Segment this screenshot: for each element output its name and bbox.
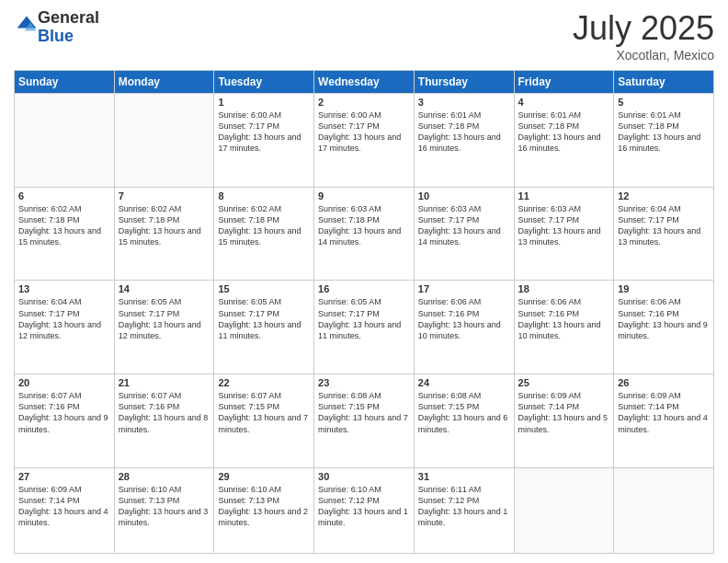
day-number: 28 — [119, 471, 210, 482]
calendar-cell — [514, 467, 614, 553]
calendar-cell: 29Sunrise: 6:10 AM Sunset: 7:13 PM Dayli… — [214, 467, 314, 553]
cell-daylight-info: Sunrise: 6:02 AM Sunset: 7:18 PM Dayligh… — [218, 203, 310, 248]
title-block: July 2025 Xocotlan, Mexico — [573, 9, 714, 63]
col-header-thursday: Thursday — [414, 71, 514, 94]
col-header-wednesday: Wednesday — [314, 71, 415, 94]
cell-daylight-info: Sunrise: 6:01 AM Sunset: 7:18 PM Dayligh… — [518, 109, 610, 155]
col-header-friday: Friday — [514, 71, 614, 94]
calendar-cell: 15Sunrise: 6:05 AM Sunset: 7:17 PM Dayli… — [214, 281, 314, 374]
day-number: 16 — [318, 283, 410, 294]
day-number: 31 — [418, 471, 510, 482]
cell-daylight-info: Sunrise: 6:09 AM Sunset: 7:14 PM Dayligh… — [618, 390, 710, 435]
col-header-tuesday: Tuesday — [214, 71, 314, 94]
calendar-cell: 13Sunrise: 6:04 AM Sunset: 7:17 PM Dayli… — [15, 281, 115, 374]
svg-marker-0 — [17, 16, 37, 28]
day-number: 23 — [318, 377, 410, 388]
month-title: July 2025 — [573, 9, 714, 48]
calendar-cell: 31Sunrise: 6:11 AM Sunset: 7:12 PM Dayli… — [414, 467, 514, 553]
calendar-table: SundayMondayTuesdayWednesdayThursdayFrid… — [14, 70, 714, 554]
calendar-cell: 2Sunrise: 6:00 AM Sunset: 7:17 PM Daylig… — [314, 94, 415, 188]
calendar-cell: 3Sunrise: 6:01 AM Sunset: 7:18 PM Daylig… — [414, 94, 514, 188]
day-number: 17 — [418, 283, 510, 294]
cell-daylight-info: Sunrise: 6:02 AM Sunset: 7:18 PM Dayligh… — [119, 203, 210, 248]
calendar-cell: 21Sunrise: 6:07 AM Sunset: 7:16 PM Dayli… — [114, 374, 214, 468]
calendar-cell: 16Sunrise: 6:05 AM Sunset: 7:17 PM Dayli… — [314, 281, 415, 374]
calendar-cell: 19Sunrise: 6:06 AM Sunset: 7:16 PM Dayli… — [614, 281, 714, 374]
week-row-4: 27Sunrise: 6:09 AM Sunset: 7:14 PM Dayli… — [15, 467, 714, 553]
day-number: 14 — [119, 283, 210, 294]
day-number: 3 — [418, 97, 510, 108]
calendar-cell: 7Sunrise: 6:02 AM Sunset: 7:18 PM Daylig… — [114, 187, 214, 281]
cell-daylight-info: Sunrise: 6:01 AM Sunset: 7:18 PM Dayligh… — [418, 109, 510, 155]
day-number: 24 — [418, 377, 510, 388]
cell-daylight-info: Sunrise: 6:04 AM Sunset: 7:17 PM Dayligh… — [618, 203, 710, 248]
cell-daylight-info: Sunrise: 6:08 AM Sunset: 7:15 PM Dayligh… — [418, 390, 510, 435]
cell-daylight-info: Sunrise: 6:01 AM Sunset: 7:18 PM Dayligh… — [618, 109, 710, 155]
day-number: 12 — [618, 190, 710, 201]
day-number: 8 — [218, 190, 310, 201]
calendar-cell: 5Sunrise: 6:01 AM Sunset: 7:18 PM Daylig… — [614, 94, 714, 188]
calendar-cell: 9Sunrise: 6:03 AM Sunset: 7:18 PM Daylig… — [314, 187, 415, 281]
day-number: 25 — [518, 377, 610, 388]
cell-daylight-info: Sunrise: 6:10 AM Sunset: 7:13 PM Dayligh… — [119, 484, 210, 529]
calendar-cell — [114, 94, 214, 188]
week-row-3: 20Sunrise: 6:07 AM Sunset: 7:16 PM Dayli… — [15, 374, 714, 468]
cell-daylight-info: Sunrise: 6:06 AM Sunset: 7:16 PM Dayligh… — [618, 296, 710, 341]
calendar-cell: 18Sunrise: 6:06 AM Sunset: 7:16 PM Dayli… — [514, 281, 614, 374]
cell-daylight-info: Sunrise: 6:06 AM Sunset: 7:16 PM Dayligh… — [418, 296, 510, 341]
calendar-cell: 24Sunrise: 6:08 AM Sunset: 7:15 PM Dayli… — [414, 374, 514, 468]
calendar-page: General Blue July 2025 Xocotlan, Mexico … — [0, 0, 728, 563]
cell-daylight-info: Sunrise: 6:07 AM Sunset: 7:15 PM Dayligh… — [218, 390, 310, 435]
cell-daylight-info: Sunrise: 6:02 AM Sunset: 7:18 PM Dayligh… — [18, 203, 110, 248]
week-row-1: 6Sunrise: 6:02 AM Sunset: 7:18 PM Daylig… — [15, 187, 714, 281]
calendar-cell: 22Sunrise: 6:07 AM Sunset: 7:15 PM Dayli… — [214, 374, 314, 468]
day-number: 10 — [418, 190, 510, 201]
calendar-cell: 30Sunrise: 6:10 AM Sunset: 7:12 PM Dayli… — [314, 467, 415, 553]
location: Xocotlan, Mexico — [573, 48, 714, 63]
cell-daylight-info: Sunrise: 6:03 AM Sunset: 7:17 PM Dayligh… — [518, 203, 610, 248]
calendar-cell: 26Sunrise: 6:09 AM Sunset: 7:14 PM Dayli… — [614, 374, 714, 468]
cell-daylight-info: Sunrise: 6:00 AM Sunset: 7:17 PM Dayligh… — [318, 109, 410, 155]
col-header-sunday: Sunday — [15, 71, 115, 94]
day-number: 13 — [18, 283, 110, 294]
calendar-cell: 8Sunrise: 6:02 AM Sunset: 7:18 PM Daylig… — [214, 187, 314, 281]
day-number: 4 — [518, 97, 610, 108]
calendar-cell: 12Sunrise: 6:04 AM Sunset: 7:17 PM Dayli… — [614, 187, 714, 281]
header-row: SundayMondayTuesdayWednesdayThursdayFrid… — [15, 71, 714, 94]
week-row-0: 1Sunrise: 6:00 AM Sunset: 7:17 PM Daylig… — [15, 94, 714, 188]
calendar-cell: 11Sunrise: 6:03 AM Sunset: 7:17 PM Dayli… — [514, 187, 614, 281]
day-number: 29 — [218, 471, 310, 482]
col-header-monday: Monday — [114, 71, 214, 94]
day-number: 27 — [18, 471, 110, 482]
calendar-cell: 23Sunrise: 6:08 AM Sunset: 7:15 PM Dayli… — [314, 374, 415, 468]
cell-daylight-info: Sunrise: 6:11 AM Sunset: 7:12 PM Dayligh… — [418, 484, 510, 529]
calendar-cell: 4Sunrise: 6:01 AM Sunset: 7:18 PM Daylig… — [514, 94, 614, 188]
cell-daylight-info: Sunrise: 6:05 AM Sunset: 7:17 PM Dayligh… — [318, 296, 410, 341]
cell-daylight-info: Sunrise: 6:07 AM Sunset: 7:16 PM Dayligh… — [18, 390, 110, 435]
day-number: 5 — [618, 97, 710, 108]
cell-daylight-info: Sunrise: 6:09 AM Sunset: 7:14 PM Dayligh… — [518, 390, 610, 435]
day-number: 7 — [119, 190, 210, 201]
cell-daylight-info: Sunrise: 6:03 AM Sunset: 7:18 PM Dayligh… — [318, 203, 410, 248]
calendar-cell: 20Sunrise: 6:07 AM Sunset: 7:16 PM Dayli… — [15, 374, 115, 468]
day-number: 1 — [218, 97, 310, 108]
day-number: 26 — [618, 377, 710, 388]
calendar-cell: 6Sunrise: 6:02 AM Sunset: 7:18 PM Daylig… — [15, 187, 115, 281]
calendar-cell: 25Sunrise: 6:09 AM Sunset: 7:14 PM Dayli… — [514, 374, 614, 468]
cell-daylight-info: Sunrise: 6:08 AM Sunset: 7:15 PM Dayligh… — [318, 390, 410, 435]
calendar-cell: 14Sunrise: 6:05 AM Sunset: 7:17 PM Dayli… — [114, 281, 214, 374]
logo-icon — [16, 15, 38, 37]
day-number: 19 — [618, 283, 710, 294]
cell-daylight-info: Sunrise: 6:10 AM Sunset: 7:12 PM Dayligh… — [318, 484, 410, 529]
day-number: 30 — [318, 471, 410, 482]
day-number: 9 — [318, 190, 410, 201]
logo-text: General Blue — [38, 9, 99, 46]
calendar-cell: 27Sunrise: 6:09 AM Sunset: 7:14 PM Dayli… — [15, 467, 115, 553]
cell-daylight-info: Sunrise: 6:05 AM Sunset: 7:17 PM Dayligh… — [119, 296, 210, 341]
cell-daylight-info: Sunrise: 6:09 AM Sunset: 7:14 PM Dayligh… — [18, 484, 110, 529]
cell-daylight-info: Sunrise: 6:06 AM Sunset: 7:16 PM Dayligh… — [518, 296, 610, 341]
cell-daylight-info: Sunrise: 6:04 AM Sunset: 7:17 PM Dayligh… — [18, 296, 110, 341]
calendar-cell: 1Sunrise: 6:00 AM Sunset: 7:17 PM Daylig… — [214, 94, 314, 188]
day-number: 18 — [518, 283, 610, 294]
day-number: 20 — [18, 377, 110, 388]
